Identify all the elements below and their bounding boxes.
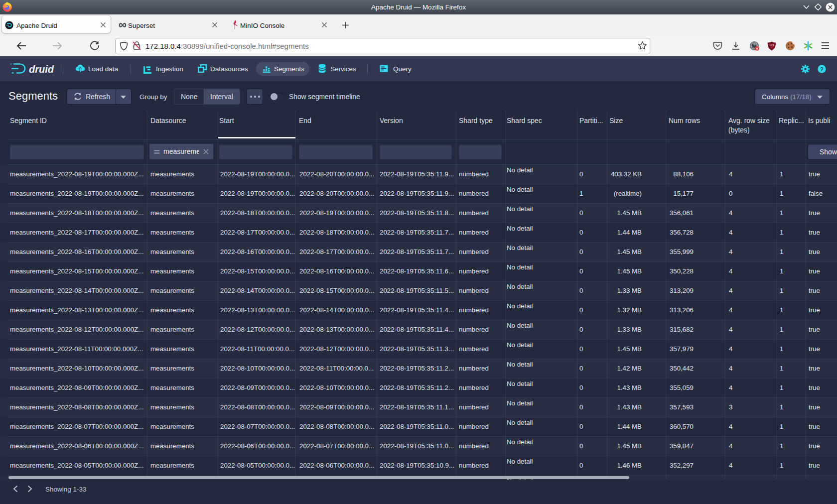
svg-text:uO: uO	[770, 43, 774, 47]
svg-text:?: ?	[820, 66, 824, 72]
